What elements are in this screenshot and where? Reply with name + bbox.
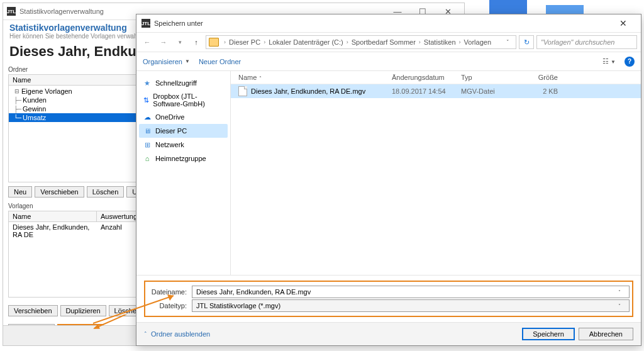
refresh-button[interactable]: ↻ <box>519 35 534 49</box>
move-folder-button[interactable]: Verschieben <box>35 186 84 198</box>
sidebar-homegroup[interactable]: ⌂Heimnetzgruppe <box>139 152 228 165</box>
file-row[interactable]: Dieses Jahr, Endkunden, RA DE.mgv 18.09.… <box>231 84 641 98</box>
col-header-date[interactable]: Änderungsdatum <box>392 74 461 81</box>
bc-drive-c[interactable]: Lokaler Datenträger (C:) <box>267 38 345 46</box>
up-button[interactable]: ↑ <box>189 35 203 49</box>
new-folder-button[interactable]: Neu <box>8 186 32 198</box>
app-icon: JTL <box>7 7 16 16</box>
filename-panel: Dateiname: Dieses Jahr, Endkunden, RA DE… <box>136 275 641 322</box>
new-folder-button[interactable]: Neuer Ordner <box>199 58 241 65</box>
bc-sportbedarf[interactable]: Sportbedarf Sommer <box>350 38 418 46</box>
move-template-button[interactable]: Verschieben <box>8 305 58 316</box>
file-list-header: Name˄ Änderungsdatum Typ Größe <box>231 71 641 84</box>
navigation-bar: ← → ▾ ↑ › Dieser PC › Lokaler Datenträge… <box>136 32 641 52</box>
navigation-pane: ★Schnellzugriff ⇅Dropbox (JTL-Software-G… <box>136 71 231 275</box>
sidebar-network[interactable]: ⊞Netzwerk <box>139 138 228 152</box>
forward-button[interactable]: → <box>157 35 170 49</box>
chevron-right-icon[interactable]: › <box>458 39 462 45</box>
bc-dieser-pc[interactable]: Dieser PC <box>227 38 262 46</box>
breadcrumb[interactable]: › Dieser PC › Lokaler Datenträger (C:) ›… <box>206 35 516 49</box>
chevron-down-icon[interactable]: ˅ <box>614 289 625 295</box>
bc-statistiken[interactable]: Statistiken <box>422 38 458 46</box>
hide-folders-toggle[interactable]: ˄Ordner ausblenden <box>144 330 210 338</box>
chevron-right-icon[interactable]: › <box>262 39 267 45</box>
app-title: Statistikvorlagenverwaltung <box>19 8 104 15</box>
help-button[interactable]: ? <box>625 57 635 67</box>
sidebar-dropbox[interactable]: ⇅Dropbox (JTL-Software-GmbH) <box>139 90 228 110</box>
filetype-label: Dateityp: <box>148 302 192 309</box>
sort-asc-icon: ˄ <box>259 75 262 81</box>
dialog-title: Speichern unter <box>154 20 203 27</box>
chevron-up-icon: ˄ <box>144 331 147 337</box>
chevron-down-icon[interactable]: ˅ <box>614 303 625 309</box>
duplicate-template-button[interactable]: Duplizieren <box>60 305 106 316</box>
highlight-box: Dateiname: Dieses Jahr, Endkunden, RA DE… <box>144 281 633 317</box>
sidebar-quickaccess[interactable]: ★Schnellzugriff <box>139 76 228 90</box>
dialog-titlebar: JTL Speichern unter ✕ <box>136 14 641 32</box>
folder-icon <box>209 38 219 47</box>
dialog-footer: ˄Ordner ausblenden Speichern Abbrechen <box>136 322 641 345</box>
chevron-right-icon[interactable]: › <box>223 39 227 45</box>
chevron-right-icon[interactable]: › <box>345 39 350 45</box>
sidebar-this-pc[interactable]: 🖥Dieser PC <box>139 124 228 138</box>
bc-vorlagen[interactable]: Vorlagen <box>462 38 493 46</box>
dialog-toolbar: Organisieren ▼ Neuer Ordner ☷ ▼ ? <box>136 52 641 71</box>
sidebar-onedrive[interactable]: ☁OneDrive <box>139 110 228 124</box>
save-as-dialog: JTL Speichern unter ✕ ← → ▾ ↑ › Dieser P… <box>136 14 641 346</box>
delete-folder-button[interactable]: Löschen <box>87 186 125 198</box>
col-header-name[interactable]: Name˄ <box>235 74 392 81</box>
back-button[interactable]: ← <box>140 35 154 49</box>
filetype-select[interactable]: JTL Statistikvorlage (*.mgv)˅ <box>192 299 630 312</box>
file-icon <box>238 86 247 96</box>
col-name[interactable]: Name <box>9 211 97 221</box>
dialog-app-icon: JTL <box>142 19 150 28</box>
dialog-close-button[interactable]: ✕ <box>611 18 636 28</box>
organize-menu[interactable]: Organisieren ▼ <box>143 58 190 65</box>
chevron-right-icon[interactable]: › <box>418 39 422 45</box>
filename-label: Dateiname: <box>148 288 192 296</box>
recent-locations-button[interactable]: ▾ <box>173 35 187 49</box>
chevron-down-icon[interactable]: ˅ <box>502 39 513 45</box>
col-header-size[interactable]: Größe <box>524 74 562 81</box>
view-options-button[interactable]: ☷ ▼ <box>602 57 616 65</box>
cancel-button[interactable]: Abbrechen <box>579 328 633 340</box>
search-input[interactable]: "Vorlagen" durchsuchen <box>536 35 637 49</box>
file-list[interactable]: Name˄ Änderungsdatum Typ Größe Dieses Ja… <box>231 71 641 275</box>
save-button[interactable]: Speichern <box>522 328 575 340</box>
col-header-type[interactable]: Typ <box>461 74 524 81</box>
filename-input[interactable]: Dieses Jahr, Endkunden, RA DE.mgv˅ <box>192 286 630 298</box>
